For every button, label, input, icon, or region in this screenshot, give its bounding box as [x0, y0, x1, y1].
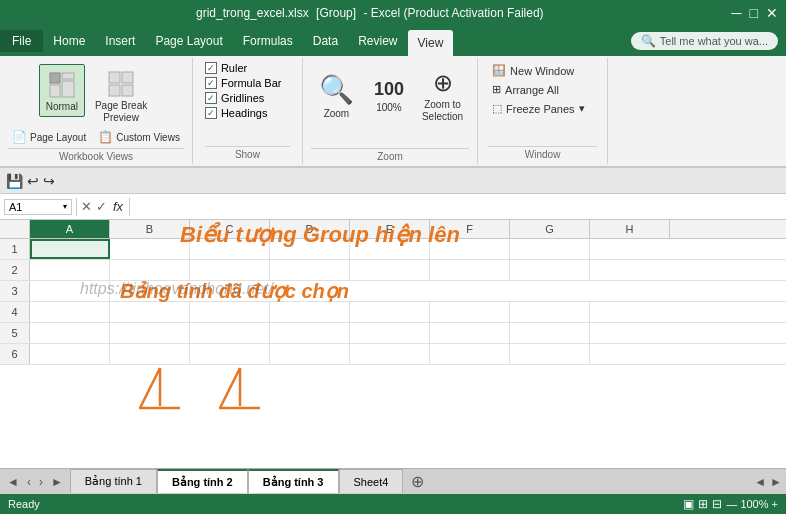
formula-input[interactable] — [134, 201, 782, 213]
hundred-percent-button[interactable]: 100 100% — [366, 64, 412, 128]
sheet-tab-4[interactable]: Sheet4 — [339, 469, 404, 493]
custom-views-button[interactable]: 📋 Custom Views — [94, 128, 184, 146]
cell-a4[interactable] — [30, 302, 110, 322]
cell-g4[interactable] — [510, 302, 590, 322]
col-header-b[interactable]: B — [110, 220, 190, 238]
menu-view[interactable]: View — [408, 30, 454, 56]
menu-data[interactable]: Data — [303, 30, 348, 52]
row-num-1: 1 — [0, 239, 30, 259]
menu-formulas[interactable]: Formulas — [233, 30, 303, 52]
save-icon[interactable]: 💾 — [6, 173, 23, 189]
formula-bar-checkbox[interactable]: ✓ Formula Bar — [205, 77, 282, 89]
cell-b2[interactable] — [110, 260, 190, 280]
cell-h6[interactable] — [590, 344, 670, 364]
cell-d6[interactable] — [270, 344, 350, 364]
cell-b4[interactable] — [110, 302, 190, 322]
cell-f2[interactable] — [430, 260, 510, 280]
cell-a3[interactable] — [30, 281, 110, 301]
col-header-d[interactable]: D — [270, 220, 350, 238]
menu-insert[interactable]: Insert — [95, 30, 145, 52]
tab-scroll-right-icon[interactable]: ► — [48, 473, 66, 491]
cell-h1[interactable] — [590, 239, 670, 259]
cell-a5[interactable] — [30, 323, 110, 343]
cell-c6[interactable] — [190, 344, 270, 364]
cell-h4[interactable] — [590, 302, 670, 322]
normal-view-button[interactable]: Normal — [39, 64, 85, 117]
zoom-slider[interactable]: — 100% + — [726, 498, 778, 510]
nav-left-icon[interactable]: ◄ — [754, 475, 766, 489]
new-window-button[interactable]: 🪟 New Window — [488, 62, 588, 79]
cell-a1[interactable] — [30, 239, 110, 259]
svg-rect-1 — [62, 73, 74, 79]
cell-h5[interactable] — [590, 323, 670, 343]
cell-c5[interactable] — [190, 323, 270, 343]
view-layout-icon[interactable]: ⊞ — [698, 497, 708, 511]
redo-icon[interactable]: ↪ — [43, 173, 55, 189]
cell-f1[interactable] — [430, 239, 510, 259]
sheet-tab-1[interactable]: Bảng tính 1 — [70, 469, 157, 493]
view-normal-icon[interactable]: ▣ — [683, 497, 694, 511]
cell-c2[interactable] — [190, 260, 270, 280]
cell-b5[interactable] — [110, 323, 190, 343]
arrange-all-button[interactable]: ⊞ Arrange All — [488, 81, 588, 98]
cell-a2[interactable] — [30, 260, 110, 280]
cell-d2[interactable] — [270, 260, 350, 280]
cell-d5[interactable] — [270, 323, 350, 343]
col-header-a[interactable]: A — [30, 220, 110, 238]
page-break-button[interactable]: Page BreakPreview — [89, 64, 153, 128]
headings-checkbox[interactable]: ✓ Headings — [205, 107, 282, 119]
sheet-tab-2[interactable]: Bảng tính 2 — [157, 469, 248, 493]
cell-h2[interactable] — [590, 260, 670, 280]
minimize-icon[interactable]: ─ — [732, 5, 742, 21]
cell-f6[interactable] — [430, 344, 510, 364]
col-header-h[interactable]: H — [590, 220, 670, 238]
name-box[interactable]: A1 ▾ — [4, 199, 72, 215]
restore-icon[interactable]: □ — [750, 5, 758, 21]
cell-c4[interactable] — [190, 302, 270, 322]
cell-e5[interactable] — [350, 323, 430, 343]
cell-e6[interactable] — [350, 344, 430, 364]
add-sheet-button[interactable]: ⊕ — [403, 469, 432, 494]
view-page-break-icon[interactable]: ⊟ — [712, 497, 722, 511]
cell-e2[interactable] — [350, 260, 430, 280]
cell-b6[interactable] — [110, 344, 190, 364]
cell-d1[interactable] — [270, 239, 350, 259]
cell-g1[interactable] — [510, 239, 590, 259]
freeze-panes-button[interactable]: ⬚ Freeze Panes ▾ — [488, 100, 588, 117]
confirm-formula-icon[interactable]: ✓ — [96, 199, 107, 214]
tab-scroll-right-one-icon[interactable]: › — [36, 473, 46, 491]
cell-g5[interactable] — [510, 323, 590, 343]
tab-scroll-left-one-icon[interactable]: ‹ — [24, 473, 34, 491]
menu-page-layout[interactable]: Page Layout — [145, 30, 232, 52]
cell-g2[interactable] — [510, 260, 590, 280]
close-icon[interactable]: ✕ — [766, 5, 778, 21]
cell-a6[interactable] — [30, 344, 110, 364]
cell-e4[interactable] — [350, 302, 430, 322]
tell-me-bar[interactable]: 🔍 Tell me what you wa... — [631, 32, 778, 50]
name-box-arrow[interactable]: ▾ — [63, 202, 67, 211]
tab-scroll-left-icon[interactable]: ◄ — [4, 473, 22, 491]
cell-b1[interactable] — [110, 239, 190, 259]
cell-f5[interactable] — [430, 323, 510, 343]
sheet-tab-3[interactable]: Bảng tính 3 — [248, 469, 339, 493]
menu-review[interactable]: Review — [348, 30, 407, 52]
page-layout-small-button[interactable]: 📄 Page Layout — [8, 128, 90, 146]
undo-icon[interactable]: ↩ — [27, 173, 39, 189]
cancel-formula-icon[interactable]: ✕ — [81, 199, 92, 214]
col-header-e[interactable]: E — [350, 220, 430, 238]
col-header-g[interactable]: G — [510, 220, 590, 238]
cell-g6[interactable] — [510, 344, 590, 364]
menu-file[interactable]: File — [0, 30, 43, 52]
ruler-checkbox[interactable]: ✓ Ruler — [205, 62, 282, 74]
gridlines-checkbox[interactable]: ✓ Gridlines — [205, 92, 282, 104]
zoom-to-selection-button[interactable]: ⊕ Zoom toSelection — [416, 64, 469, 128]
cell-c1[interactable] — [190, 239, 270, 259]
col-header-f[interactable]: F — [430, 220, 510, 238]
col-header-c[interactable]: C — [190, 220, 270, 238]
nav-right-icon[interactable]: ► — [770, 475, 782, 489]
menu-home[interactable]: Home — [43, 30, 95, 52]
zoom-button[interactable]: 🔍 Zoom — [311, 64, 362, 128]
cell-d4[interactable] — [270, 302, 350, 322]
cell-f4[interactable] — [430, 302, 510, 322]
cell-e1[interactable] — [350, 239, 430, 259]
